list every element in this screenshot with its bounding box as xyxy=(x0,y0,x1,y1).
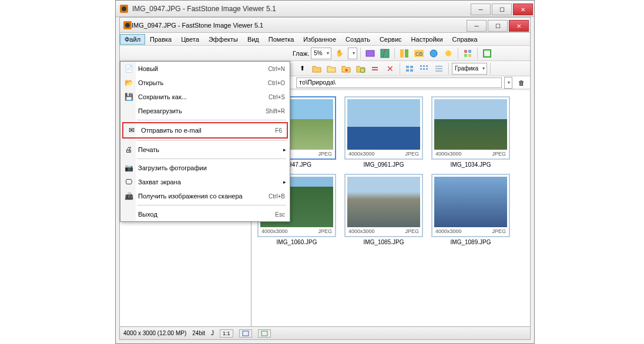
view-small-button[interactable] xyxy=(418,62,431,75)
file-menu-item[interactable]: 📷Загрузить фотографии xyxy=(120,161,290,175)
nav-up-button[interactable]: ⬆ xyxy=(296,62,308,75)
bg-titlebar: IMG_0947.JPG - FastStone Image Viewer 5.… xyxy=(116,1,534,17)
svg-rect-24 xyxy=(423,65,425,67)
path-dropdown[interactable] xyxy=(504,77,512,89)
toolbar-row-1: Глаж. 5% ✋ CB xyxy=(120,46,530,61)
file-menu-dropdown: 📄НовыйCtrl+N📂ОткрытьCtrl+O💾Сохранить как… xyxy=(120,61,290,222)
menubar: ФайлПравкаЦветаЭффектыВидПометкаИзбранно… xyxy=(120,33,530,46)
svg-rect-22 xyxy=(410,69,413,72)
toolbar-grid-button[interactable] xyxy=(461,47,474,60)
svg-rect-32 xyxy=(243,331,249,336)
thumbnail-grid: 4000x3000JPEG_0947.JPG4000x3000JPEGIMG_0… xyxy=(251,90,530,326)
folder-refresh-button[interactable] xyxy=(354,62,367,75)
file-menu-item[interactable]: ВыходEsc xyxy=(120,207,290,221)
zoom-combo[interactable]: 5% xyxy=(311,48,331,59)
expand-button[interactable] xyxy=(258,329,271,338)
folder-swap-button[interactable] xyxy=(369,62,382,75)
svg-rect-13 xyxy=(468,50,471,53)
svg-rect-20 xyxy=(410,66,413,68)
fg-titlebar: IMG_0947.JPG - FastStone Image Viewer 5.… xyxy=(120,18,530,33)
app-icon xyxy=(123,21,132,29)
svg-rect-15 xyxy=(468,54,471,57)
status-bar: 4000 x 3000 (12.00 MP) 24bit J 1:1 xyxy=(120,326,530,339)
menu-создать[interactable]: Создать xyxy=(341,34,375,45)
path-input[interactable]: то\Природа\ xyxy=(296,77,502,88)
svg-rect-4 xyxy=(366,50,374,56)
svg-text:★: ★ xyxy=(344,68,348,73)
toolbar-cb-button[interactable]: CB xyxy=(412,47,425,60)
svg-rect-28 xyxy=(426,68,428,70)
foreground-window: IMG_0947.JPG - FastStone Image Viewer 5.… xyxy=(119,17,531,340)
file-menu-item[interactable]: 💾Сохранить как...Ctrl+S xyxy=(120,90,290,104)
menu-цвета[interactable]: Цвета xyxy=(176,34,204,45)
folder-fav-button[interactable]: ★ xyxy=(340,62,353,75)
svg-rect-21 xyxy=(406,69,409,72)
menu-вид[interactable]: Вид xyxy=(243,34,264,45)
smooth-label: Глаж. xyxy=(122,50,309,57)
svg-rect-33 xyxy=(261,331,267,336)
thumbnail[interactable]: 4000x3000JPEGIMG_0961.JPG xyxy=(344,96,423,168)
toolbar-sun-button[interactable] xyxy=(442,47,455,60)
fit-button[interactable] xyxy=(239,329,252,338)
background-window: IMG_0947.JPG - FastStone Image Viewer 5.… xyxy=(115,0,535,344)
svg-rect-27 xyxy=(423,68,425,70)
svg-rect-14 xyxy=(464,54,467,57)
menu-эффекты[interactable]: Эффекты xyxy=(204,34,243,45)
toolbar-fullscreen-button[interactable] xyxy=(481,47,494,60)
svg-rect-25 xyxy=(426,65,428,67)
svg-point-10 xyxy=(430,50,437,57)
folder-open-button[interactable] xyxy=(325,62,338,75)
toolbar-globe-button[interactable] xyxy=(427,47,440,60)
file-menu-item[interactable]: ПерезагрузитьShift+R xyxy=(120,104,290,118)
toolbar-slideshow-button[interactable] xyxy=(364,47,377,60)
file-menu-item[interactable]: 🖵Захват экрана▸ xyxy=(120,175,290,189)
toolbar-compare-button[interactable] xyxy=(398,47,411,60)
svg-rect-23 xyxy=(420,65,422,67)
filetype-combo[interactable]: Графика xyxy=(452,63,487,75)
svg-rect-6 xyxy=(400,49,404,58)
app-icon xyxy=(119,4,129,14)
zoom-ratio-button[interactable]: 1:1 xyxy=(220,329,233,338)
file-menu-item[interactable]: ✉Отправить по e-mailF6 xyxy=(123,123,287,137)
view-large-button[interactable] xyxy=(403,62,416,75)
bg-maximize-button[interactable]: ☐ xyxy=(492,4,512,15)
delete-button[interactable]: ✕ xyxy=(384,62,397,75)
svg-rect-12 xyxy=(464,50,467,53)
file-menu-item[interactable]: 🖨Печать▸ xyxy=(120,143,290,157)
view-list-button[interactable] xyxy=(432,62,445,75)
file-menu-item[interactable]: 📠Получить изображения со сканераCtrl+B xyxy=(120,189,290,203)
toolbar-wallpaper-button[interactable] xyxy=(378,47,391,60)
file-menu-item[interactable]: 📄НовыйCtrl+N xyxy=(120,62,290,76)
menu-файл[interactable]: Файл xyxy=(120,34,145,45)
bg-minimize-button[interactable]: ─ xyxy=(471,4,491,15)
trash-button[interactable]: 🗑 xyxy=(515,76,528,89)
menu-правка[interactable]: Правка xyxy=(145,34,176,45)
thumbnail[interactable]: 4000x3000JPEGIMG_1085.JPG xyxy=(344,174,423,245)
menu-избранное[interactable]: Избранное xyxy=(298,34,341,45)
svg-point-11 xyxy=(445,50,451,56)
svg-point-3 xyxy=(125,23,130,28)
menu-справка[interactable]: Справка xyxy=(448,34,482,45)
menu-настройки[interactable]: Настройки xyxy=(407,34,448,45)
status-type: J xyxy=(211,330,214,336)
thumbnail[interactable]: 4000x3000JPEGIMG_1034.JPG xyxy=(431,96,510,168)
hand-tool-button[interactable]: ✋ xyxy=(333,47,346,60)
status-dimensions: 4000 x 3000 (12.00 MP) xyxy=(123,330,186,336)
thumbnail[interactable]: 4000x3000JPEGIMG_1089.JPG xyxy=(431,174,510,245)
status-depth: 24bit xyxy=(192,330,205,336)
close-button[interactable]: ✕ xyxy=(509,20,529,32)
maximize-button[interactable]: ☐ xyxy=(488,20,508,32)
svg-point-1 xyxy=(122,6,126,11)
menu-пометка[interactable]: Пометка xyxy=(264,34,299,45)
file-menu-item[interactable]: 📂ОткрытьCtrl+O xyxy=(120,76,290,90)
fg-title-text: IMG_0947.JPG - FastStone Image Viewer 5.… xyxy=(132,22,263,29)
svg-rect-26 xyxy=(420,68,422,70)
highlighted-menu-item: ✉Отправить по e-mailF6 xyxy=(122,122,288,139)
menu-сервис[interactable]: Сервис xyxy=(375,34,407,45)
minimize-button[interactable]: ─ xyxy=(467,20,487,32)
bg-title-text: IMG_0947.JPG - FastStone Image Viewer 5.… xyxy=(132,5,276,13)
folder-yellow-button[interactable] xyxy=(310,62,323,75)
hand-dropdown[interactable] xyxy=(348,48,357,59)
svg-text:CB: CB xyxy=(415,51,423,57)
bg-close-button[interactable]: ✕ xyxy=(513,4,533,15)
